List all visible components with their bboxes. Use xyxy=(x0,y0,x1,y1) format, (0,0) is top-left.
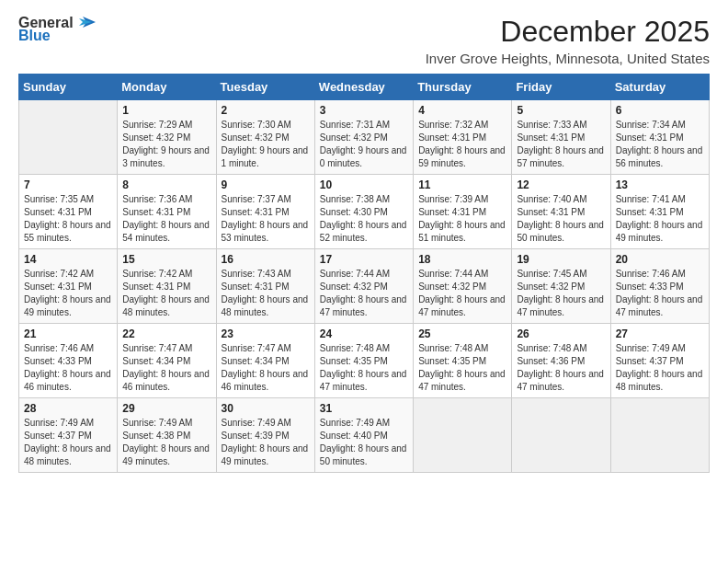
day-number: 16 xyxy=(222,253,310,266)
day-detail: Sunrise: 7:49 AMSunset: 4:37 PMDaylight:… xyxy=(24,417,112,468)
day-detail: Sunrise: 7:49 AMSunset: 4:38 PMDaylight:… xyxy=(122,417,210,468)
weekday-header-wednesday: Wednesday xyxy=(314,75,413,100)
header: General Blue December 2025 Inver Grove H… xyxy=(18,15,710,66)
day-detail: Sunrise: 7:33 AMSunset: 4:31 PMDaylight:… xyxy=(517,119,605,170)
calendar-cell xyxy=(610,398,709,473)
day-detail: Sunrise: 7:42 AMSunset: 4:31 PMDaylight:… xyxy=(122,268,210,319)
day-detail: Sunrise: 7:34 AMSunset: 4:31 PMDaylight:… xyxy=(616,119,704,170)
day-detail: Sunrise: 7:48 AMSunset: 4:35 PMDaylight:… xyxy=(320,342,408,394)
calendar-week-row: 21Sunrise: 7:46 AMSunset: 4:33 PMDayligh… xyxy=(19,324,710,398)
day-number: 30 xyxy=(222,402,310,415)
calendar-cell: 10Sunrise: 7:38 AMSunset: 4:30 PMDayligh… xyxy=(314,175,413,249)
title-block: December 2025 Inver Grove Heights, Minne… xyxy=(426,15,710,66)
calendar-cell: 27Sunrise: 7:49 AMSunset: 4:37 PMDayligh… xyxy=(610,324,709,398)
weekday-header-tuesday: Tuesday xyxy=(216,75,314,100)
calendar-cell: 26Sunrise: 7:48 AMSunset: 4:36 PMDayligh… xyxy=(512,324,610,398)
day-detail: Sunrise: 7:41 AMSunset: 4:31 PMDaylight:… xyxy=(616,193,704,245)
calendar-cell: 5Sunrise: 7:33 AMSunset: 4:31 PMDaylight… xyxy=(512,100,610,175)
day-number: 2 xyxy=(222,104,310,117)
calendar-cell: 22Sunrise: 7:47 AMSunset: 4:34 PMDayligh… xyxy=(118,324,216,398)
day-number: 4 xyxy=(418,104,506,117)
location-subtitle: Inver Grove Heights, Minnesota, United S… xyxy=(426,51,710,66)
day-detail: Sunrise: 7:39 AMSunset: 4:31 PMDaylight:… xyxy=(418,193,506,245)
day-number: 25 xyxy=(418,327,506,340)
calendar-cell: 2Sunrise: 7:30 AMSunset: 4:32 PMDaylight… xyxy=(216,100,314,175)
calendar-week-row: 1Sunrise: 7:29 AMSunset: 4:32 PMDaylight… xyxy=(19,100,710,175)
calendar-cell: 16Sunrise: 7:43 AMSunset: 4:31 PMDayligh… xyxy=(216,249,314,324)
day-detail: Sunrise: 7:30 AMSunset: 4:32 PMDaylight:… xyxy=(222,119,310,170)
day-number: 3 xyxy=(320,104,408,117)
calendar-cell: 13Sunrise: 7:41 AMSunset: 4:31 PMDayligh… xyxy=(610,175,709,249)
day-number: 23 xyxy=(222,327,310,340)
day-number: 14 xyxy=(24,253,112,266)
day-number: 31 xyxy=(320,402,408,415)
calendar-cell: 25Sunrise: 7:48 AMSunset: 4:35 PMDayligh… xyxy=(414,324,512,398)
day-number: 21 xyxy=(24,327,112,340)
day-detail: Sunrise: 7:48 AMSunset: 4:35 PMDaylight:… xyxy=(418,342,506,394)
weekday-header-monday: Monday xyxy=(118,75,216,100)
weekday-header-sunday: Sunday xyxy=(19,75,118,100)
day-number: 6 xyxy=(616,104,704,117)
calendar-cell: 4Sunrise: 7:32 AMSunset: 4:31 PMDaylight… xyxy=(414,100,512,175)
day-number: 28 xyxy=(24,402,112,415)
day-detail: Sunrise: 7:29 AMSunset: 4:32 PMDaylight:… xyxy=(122,119,210,170)
day-detail: Sunrise: 7:49 AMSunset: 4:37 PMDaylight:… xyxy=(616,342,704,394)
weekday-header-row: SundayMondayTuesdayWednesdayThursdayFrid… xyxy=(19,75,710,100)
day-detail: Sunrise: 7:46 AMSunset: 4:33 PMDaylight:… xyxy=(616,268,704,319)
day-number: 12 xyxy=(517,178,605,191)
day-number: 7 xyxy=(24,178,112,191)
day-detail: Sunrise: 7:36 AMSunset: 4:31 PMDaylight:… xyxy=(122,193,210,245)
calendar-cell: 14Sunrise: 7:42 AMSunset: 4:31 PMDayligh… xyxy=(19,249,118,324)
logo: General Blue xyxy=(18,15,96,44)
calendar-cell: 3Sunrise: 7:31 AMSunset: 4:32 PMDaylight… xyxy=(314,100,413,175)
day-number: 5 xyxy=(517,104,605,117)
calendar-table: SundayMondayTuesdayWednesdayThursdayFrid… xyxy=(18,74,710,473)
calendar-week-row: 14Sunrise: 7:42 AMSunset: 4:31 PMDayligh… xyxy=(19,249,710,324)
calendar-week-row: 7Sunrise: 7:35 AMSunset: 4:31 PMDaylight… xyxy=(19,175,710,249)
day-detail: Sunrise: 7:47 AMSunset: 4:34 PMDaylight:… xyxy=(222,342,310,394)
day-number: 15 xyxy=(122,253,210,266)
weekday-header-saturday: Saturday xyxy=(610,75,709,100)
day-detail: Sunrise: 7:49 AMSunset: 4:40 PMDaylight:… xyxy=(320,417,408,468)
day-number: 10 xyxy=(320,178,408,191)
calendar-cell: 9Sunrise: 7:37 AMSunset: 4:31 PMDaylight… xyxy=(216,175,314,249)
day-number: 22 xyxy=(122,327,210,340)
day-detail: Sunrise: 7:48 AMSunset: 4:36 PMDaylight:… xyxy=(517,342,605,394)
day-number: 17 xyxy=(320,253,408,266)
calendar-cell: 19Sunrise: 7:45 AMSunset: 4:32 PMDayligh… xyxy=(512,249,610,324)
day-number: 1 xyxy=(122,104,210,117)
day-detail: Sunrise: 7:47 AMSunset: 4:34 PMDaylight:… xyxy=(122,342,210,394)
calendar-cell: 30Sunrise: 7:49 AMSunset: 4:39 PMDayligh… xyxy=(216,398,314,473)
calendar-cell: 28Sunrise: 7:49 AMSunset: 4:37 PMDayligh… xyxy=(19,398,118,473)
calendar-cell: 8Sunrise: 7:36 AMSunset: 4:31 PMDaylight… xyxy=(118,175,216,249)
logo-blue-text: Blue xyxy=(18,28,51,44)
day-number: 26 xyxy=(517,327,605,340)
day-number: 13 xyxy=(616,178,704,191)
day-detail: Sunrise: 7:46 AMSunset: 4:33 PMDaylight:… xyxy=(24,342,112,394)
calendar-cell: 21Sunrise: 7:46 AMSunset: 4:33 PMDayligh… xyxy=(19,324,118,398)
calendar-cell: 29Sunrise: 7:49 AMSunset: 4:38 PMDayligh… xyxy=(118,398,216,473)
day-detail: Sunrise: 7:42 AMSunset: 4:31 PMDaylight:… xyxy=(24,268,112,319)
calendar-cell: 6Sunrise: 7:34 AMSunset: 4:31 PMDaylight… xyxy=(610,100,709,175)
day-detail: Sunrise: 7:32 AMSunset: 4:31 PMDaylight:… xyxy=(418,119,506,170)
day-detail: Sunrise: 7:37 AMSunset: 4:31 PMDaylight:… xyxy=(222,193,310,245)
calendar-cell xyxy=(414,398,512,473)
day-detail: Sunrise: 7:44 AMSunset: 4:32 PMDaylight:… xyxy=(320,268,408,319)
day-detail: Sunrise: 7:45 AMSunset: 4:32 PMDaylight:… xyxy=(517,268,605,319)
calendar-cell: 24Sunrise: 7:48 AMSunset: 4:35 PMDayligh… xyxy=(314,324,413,398)
day-detail: Sunrise: 7:44 AMSunset: 4:32 PMDaylight:… xyxy=(418,268,506,319)
calendar-cell: 15Sunrise: 7:42 AMSunset: 4:31 PMDayligh… xyxy=(118,249,216,324)
day-number: 19 xyxy=(517,253,605,266)
logo-bird-icon xyxy=(75,15,96,31)
day-detail: Sunrise: 7:49 AMSunset: 4:39 PMDaylight:… xyxy=(222,417,310,468)
day-number: 9 xyxy=(222,178,310,191)
calendar-cell xyxy=(19,100,118,175)
calendar-cell xyxy=(512,398,610,473)
weekday-header-thursday: Thursday xyxy=(414,75,512,100)
day-number: 11 xyxy=(418,178,506,191)
calendar-cell: 23Sunrise: 7:47 AMSunset: 4:34 PMDayligh… xyxy=(216,324,314,398)
calendar-week-row: 28Sunrise: 7:49 AMSunset: 4:37 PMDayligh… xyxy=(19,398,710,473)
day-detail: Sunrise: 7:38 AMSunset: 4:30 PMDaylight:… xyxy=(320,193,408,245)
day-detail: Sunrise: 7:35 AMSunset: 4:31 PMDaylight:… xyxy=(24,193,112,245)
calendar-cell: 31Sunrise: 7:49 AMSunset: 4:40 PMDayligh… xyxy=(314,398,413,473)
